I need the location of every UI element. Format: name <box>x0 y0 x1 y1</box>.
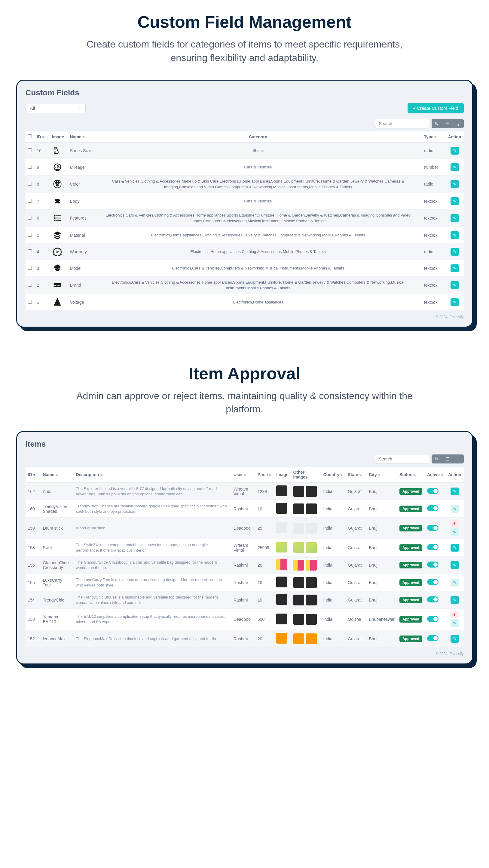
other-image <box>306 503 317 514</box>
active-toggle[interactable] <box>427 596 438 602</box>
cell-city: Bhubaneswar <box>366 609 397 630</box>
cell-user: Rashmi <box>231 500 255 518</box>
cell-type: radio <box>422 142 446 159</box>
filter-select[interactable]: All ⌄ <box>26 103 86 113</box>
cell-description: The EleganceMax Dress is a timeless and … <box>74 630 231 648</box>
edit-button[interactable]: ✎ <box>451 635 459 643</box>
row-checkbox[interactable] <box>28 216 32 220</box>
cell-country: India <box>321 518 346 539</box>
edit-button[interactable]: ✎ <box>451 298 459 306</box>
cell-type: textbox <box>422 276 446 294</box>
cell-type: textbox <box>422 227 446 243</box>
cell-id: 3 <box>35 260 50 276</box>
row-checkbox[interactable] <box>28 233 32 237</box>
svg-text:BRAND: BRAND <box>53 284 62 287</box>
col-status[interactable]: Status <box>399 472 412 477</box>
cell-category: Electronics,Home appliances,Clothing & A… <box>95 243 422 260</box>
other-image <box>293 577 304 588</box>
row-checkbox[interactable] <box>28 249 32 253</box>
download-icon[interactable]: ⭳ <box>453 455 464 463</box>
edit-button[interactable]: ✎ <box>451 180 459 188</box>
cell-city: Bhuj <box>366 630 397 648</box>
cell-type: textbox <box>422 209 446 227</box>
table-row: 154 TrendyChic The TrendyChic Blouse is … <box>26 591 464 609</box>
cell-type: radio <box>422 243 446 260</box>
edit-button[interactable]: ✎ <box>451 163 459 171</box>
cell-category: Electronics,Home appliances <box>95 294 422 310</box>
col-id[interactable]: ID <box>37 134 41 139</box>
create-custom-field-button[interactable]: + Create Custom Field <box>408 103 463 114</box>
view-button[interactable]: 👁 <box>451 612 459 618</box>
search-input[interactable] <box>375 119 429 128</box>
other-image <box>293 542 304 553</box>
edit-button[interactable]: ✎ <box>451 214 459 222</box>
cell-category: Cars & Vehicles <box>95 193 422 209</box>
active-toggle[interactable] <box>427 561 438 567</box>
row-checkbox[interactable] <box>28 283 32 287</box>
refresh-icon[interactable]: ↻ <box>432 119 442 128</box>
edit-button[interactable]: ✎ <box>451 147 459 155</box>
view-button[interactable]: 👁 <box>451 520 459 527</box>
col-id[interactable]: ID <box>28 472 32 477</box>
columns-icon[interactable]: ☰ <box>442 455 453 463</box>
other-image <box>293 523 304 533</box>
cell-state: Gujarat <box>345 574 366 591</box>
cell-city: Bhuj <box>366 556 397 574</box>
cell-name: Drum stick <box>40 518 74 539</box>
edit-button[interactable]: ✎ <box>451 197 459 205</box>
row-checkbox[interactable] <box>28 266 32 270</box>
active-toggle[interactable] <box>427 505 438 511</box>
edit-button[interactable]: ✎ <box>451 528 459 536</box>
edit-button[interactable]: ✎ <box>451 619 459 627</box>
select-all-checkbox[interactable] <box>28 134 32 138</box>
col-active[interactable]: Active <box>427 472 440 477</box>
row-checkbox[interactable] <box>28 148 32 152</box>
cell-id: 154 <box>26 591 40 609</box>
search-input[interactable] <box>375 454 429 464</box>
col-type[interactable]: Type <box>424 134 434 139</box>
row-checkbox[interactable] <box>28 165 32 169</box>
cell-country: India <box>321 539 346 556</box>
active-toggle[interactable] <box>427 616 438 622</box>
edit-button[interactable]: ✎ <box>451 488 459 495</box>
columns-icon[interactable]: ☰ <box>442 119 453 128</box>
edit-button[interactable]: ✎ <box>451 579 459 587</box>
active-toggle[interactable] <box>427 635 438 641</box>
col-description[interactable]: Description <box>76 472 99 477</box>
edit-button[interactable]: ✎ <box>451 265 459 272</box>
edit-button[interactable]: ✎ <box>451 281 459 289</box>
cell-city: Bhuj <box>366 539 397 556</box>
col-state[interactable]: State <box>348 472 358 477</box>
edit-button[interactable]: ✎ <box>451 544 459 552</box>
col-name[interactable]: Name <box>43 472 55 477</box>
cell-id: 9 <box>35 159 50 175</box>
row-checkbox[interactable] <box>28 199 32 203</box>
cell-user: Rashmi <box>231 574 255 591</box>
active-toggle[interactable] <box>427 544 438 550</box>
download-icon[interactable]: ⭳ <box>453 119 464 128</box>
bolt-icon <box>52 297 63 308</box>
edit-button[interactable]: ✎ <box>451 505 459 513</box>
col-city[interactable]: City <box>369 472 377 477</box>
row-checkbox[interactable] <box>28 182 32 186</box>
edit-button[interactable]: ✎ <box>451 561 459 569</box>
edit-button[interactable]: ✎ <box>451 248 459 256</box>
cell-id: 7 <box>35 193 50 209</box>
active-toggle[interactable] <box>427 488 438 494</box>
status-badge: Approved <box>399 616 422 623</box>
refresh-icon[interactable]: ↻ <box>432 455 442 463</box>
row-checkbox[interactable] <box>28 300 32 304</box>
cell-type: radio <box>422 175 446 193</box>
other-image <box>306 595 317 606</box>
col-country[interactable]: Country <box>323 472 339 477</box>
active-toggle[interactable] <box>427 579 438 585</box>
edit-button[interactable]: ✎ <box>451 231 459 239</box>
col-price[interactable]: Price <box>258 472 268 477</box>
active-toggle[interactable] <box>427 525 438 531</box>
table-row: 158 Swift The Swift ZXI+ is a compact ha… <box>26 539 464 556</box>
item-image <box>276 614 287 624</box>
edit-button[interactable]: ✎ <box>451 596 459 604</box>
col-name[interactable]: Name <box>70 134 82 139</box>
cell-name: Voltage <box>68 294 95 310</box>
col-user[interactable]: User <box>233 472 243 477</box>
